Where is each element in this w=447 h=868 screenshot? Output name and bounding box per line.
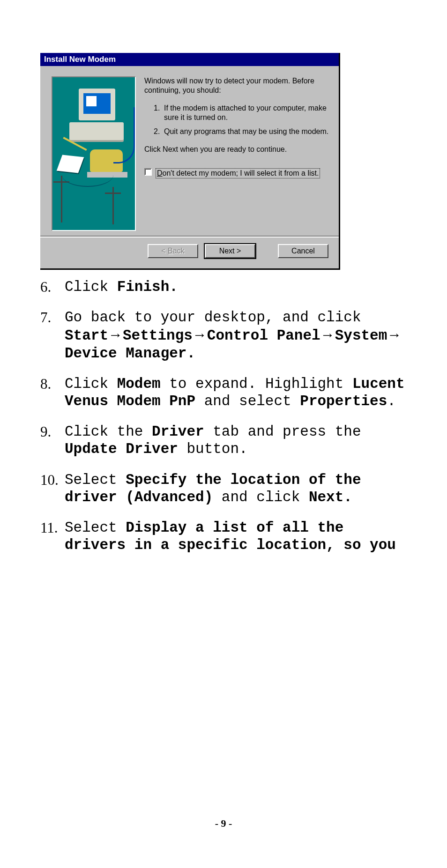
wizard-illustration bbox=[52, 76, 136, 231]
step-number: 2. bbox=[154, 127, 164, 136]
instr-body: Select Specify the location of the drive… bbox=[65, 471, 410, 506]
page-number: - 9 - bbox=[0, 817, 447, 830]
instr-number: 9. bbox=[40, 423, 65, 458]
instr-body: Click Modem to expand. Highlight Lucent … bbox=[65, 375, 410, 410]
instr-number: 8. bbox=[40, 375, 65, 410]
dialog-titlebar: Install New Modem bbox=[40, 53, 339, 66]
dialog-continue-text: Click Next when you are ready to continu… bbox=[144, 145, 332, 154]
dont-detect-label[interactable]: Don't detect my modem; I will select it … bbox=[156, 168, 320, 178]
dont-detect-checkbox[interactable] bbox=[144, 168, 152, 176]
dialog-title: Install New Modem bbox=[44, 55, 116, 64]
step-text: If the modem is attached to your compute… bbox=[164, 104, 332, 122]
cancel-button[interactable]: Cancel bbox=[278, 244, 328, 258]
instr-body: Click Finish. bbox=[65, 278, 410, 296]
step-text: Quit any programs that may be using the … bbox=[164, 127, 328, 136]
next-button[interactable]: Next > bbox=[205, 244, 255, 258]
dialog-intro-text: Windows will now try to detect your mode… bbox=[144, 76, 332, 95]
step-number: 1. bbox=[154, 104, 164, 122]
instr-number: 10. bbox=[40, 471, 65, 506]
instr-number: 6. bbox=[40, 278, 65, 296]
instr-number: 11. bbox=[40, 519, 65, 554]
instr-body: Go back to your desktop, and click Start… bbox=[65, 309, 410, 362]
instr-number: 7. bbox=[40, 309, 65, 362]
dialog-button-row: < Back Next > Cancel bbox=[40, 236, 339, 268]
instruction-list: 6. Click Finish. 7. Go back to your desk… bbox=[40, 278, 410, 554]
instr-body: Click the Driver tab and press the Updat… bbox=[65, 423, 410, 458]
back-button[interactable]: < Back bbox=[148, 244, 198, 258]
instr-body: Select Display a list of all the drivers… bbox=[65, 519, 410, 554]
install-new-modem-dialog: Install New Modem Windows will now try t… bbox=[40, 53, 340, 270]
dialog-step-list: 1. If the modem is attached to your comp… bbox=[154, 104, 332, 136]
